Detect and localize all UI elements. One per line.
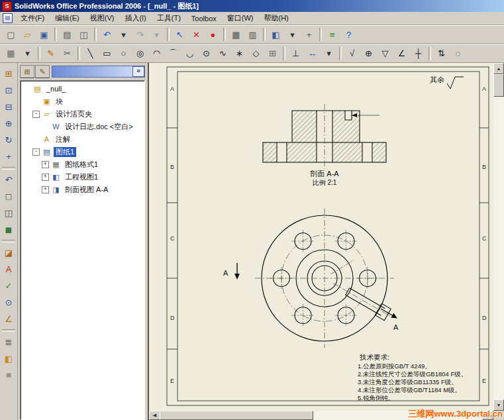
spline-icon[interactable]: ∿ — [215, 46, 231, 62]
sketch-icon[interactable]: ✎ — [42, 46, 59, 62]
centerpoint-arc-icon[interactable]: ◠ — [148, 46, 165, 62]
zoom-in-out-icon[interactable]: ⊕ — [1, 115, 17, 132]
front-view-flange[interactable] — [255, 209, 395, 348]
scroll-up-button[interactable]: ▲ — [493, 63, 504, 74]
tree-item-annotations[interactable]: 注解 — [54, 134, 72, 144]
dimension-dropdown-icon[interactable]: ▾ — [321, 46, 337, 62]
color-swatch-icon[interactable]: ◧ — [1, 350, 17, 367]
tree-item-design-binder[interactable]: 设计活页夹 — [54, 109, 94, 119]
centerline-icon[interactable]: ┼ — [410, 46, 427, 62]
menu-help[interactable]: 帮助(H) — [258, 12, 293, 25]
tree-item-drawing-view1[interactable]: 工程视图1 — [63, 172, 100, 182]
sheet-format-icon[interactable]: ▦ — [3, 46, 19, 62]
surface-finish-icon[interactable]: √ — [344, 46, 360, 62]
detail-circle-icon[interactable]: ◌ — [450, 46, 466, 62]
geometric-tolerance-icon[interactable]: ⊕ — [360, 46, 377, 62]
tangent-arc-icon[interactable]: ⌒ — [165, 46, 181, 62]
redo-dropdown-icon[interactable]: ▾ — [148, 26, 165, 42]
print-preview-icon[interactable]: ◫ — [76, 26, 92, 42]
previous-view-icon[interactable]: ↶ — [1, 172, 17, 188]
view-mode-dropdown-icon[interactable]: ▾ — [284, 26, 301, 42]
layer-properties-icon[interactable]: ≣ — [1, 334, 17, 350]
undo-icon[interactable]: ↶ — [99, 26, 115, 42]
sheet-properties-icon[interactable]: ▦ — [228, 26, 244, 42]
anchor-icon[interactable]: ⊥ — [287, 46, 304, 62]
polygon-icon[interactable]: ◇ — [248, 46, 264, 62]
tree-item-section-view-aa[interactable]: 剖面视图 A-A — [63, 185, 110, 195]
measure-icon[interactable]: ∠ — [1, 311, 17, 327]
menu-view[interactable]: 视图(V) — [85, 12, 120, 25]
delete-icon[interactable]: ✕ — [188, 26, 205, 42]
magnifier-icon[interactable]: ⊙ — [1, 294, 17, 311]
sheet-format-dropdown-icon[interactable]: ▾ — [19, 46, 36, 62]
menu-file[interactable]: 文件(F) — [15, 12, 50, 25]
vertical-scrollbar[interactable]: ▲ ▼ — [493, 63, 504, 411]
select-icon[interactable]: ↖ — [172, 26, 188, 42]
tree-item-sheet1[interactable]: 图纸1 — [54, 147, 76, 157]
title-bar[interactable]: S SolidWorks Office Professional 2006 - … — [0, 0, 504, 12]
tree-expand-box[interactable] — [32, 98, 40, 105]
drawing-canvas[interactable]: A B C D E A B C D E 其余 — [149, 63, 493, 411]
tree-expand-box[interactable] — [32, 136, 40, 143]
pan-view-icon[interactable]: + — [1, 148, 17, 165]
tree-expand-box[interactable]: + — [42, 174, 49, 181]
tree-item-null[interactable]: _null_ — [44, 84, 68, 94]
section-view-aa[interactable]: 剖面 A-A 比例 2:1 — [263, 104, 386, 186]
section-view-label[interactable]: 剖面 A-A — [310, 170, 339, 178]
panel-collapse-button[interactable]: » — [132, 66, 144, 77]
print-icon[interactable]: ▤ — [59, 26, 76, 42]
tree-expand-box[interactable] — [23, 85, 30, 93]
drawing-sheet-area[interactable]: A B C D E A B C D E 其余 — [149, 63, 493, 411]
shaded-icon[interactable]: ◼ — [1, 221, 17, 238]
rotate-view-icon[interactable]: ↻ — [1, 132, 17, 148]
tree-expand-box[interactable]: - — [32, 111, 40, 118]
zoom-fit-icon[interactable]: ⊡ — [1, 82, 17, 99]
grid-icon[interactable]: ⊞ — [264, 46, 281, 62]
featuremanager-tab-icon[interactable]: ⊞ — [20, 65, 34, 78]
surface-note-text[interactable]: 其余 — [430, 76, 444, 83]
tree-expand-box[interactable]: + — [42, 161, 49, 168]
new-icon[interactable]: ▢ — [3, 26, 19, 42]
open-icon[interactable]: ▱ — [19, 26, 36, 42]
spell-check-icon[interactable]: ✓ — [1, 278, 17, 294]
note-icon[interactable]: A — [1, 261, 17, 278]
trim-icon[interactable]: ✂ — [59, 46, 76, 62]
tree-expand-box[interactable] — [42, 123, 49, 131]
document-icon[interactable]: ▤ — [3, 13, 13, 23]
scroll-left-button[interactable]: ◀ — [149, 411, 160, 420]
technical-requirements[interactable]: 技术要求: 1.公差原则按GB/T 4249。 2.未注线性尺寸公差等级GB18… — [358, 353, 467, 401]
help-icon[interactable]: ? — [340, 26, 357, 42]
horizontal-scroll-thumb[interactable] — [160, 411, 313, 420]
comment-icon[interactable]: ≡ — [324, 26, 340, 42]
menu-insert[interactable]: 插入(I) — [119, 12, 151, 25]
menu-toolbox[interactable]: Toolbox — [186, 13, 222, 24]
vertical-scroll-thumb[interactable] — [493, 74, 504, 97]
zoom-area-icon[interactable]: ⊟ — [1, 99, 17, 115]
three-point-arc-icon[interactable]: ◡ — [181, 46, 198, 62]
save-icon[interactable]: ▣ — [36, 26, 52, 42]
circle-icon[interactable]: ○ — [115, 46, 132, 62]
view-mode-icon[interactable]: ◧ — [268, 26, 284, 42]
pan-icon[interactable]: + — [301, 26, 317, 42]
tree-item-sheet-format1[interactable]: 图纸格式1 — [63, 160, 100, 170]
hidden-lines-icon[interactable]: ◫ — [1, 205, 17, 221]
section-scale-label[interactable]: 比例 2:1 — [313, 179, 337, 186]
smart-dimension-icon[interactable]: ↔ — [304, 46, 321, 62]
perimeter-circle-icon[interactable]: ◎ — [132, 46, 148, 62]
datum-feature-icon[interactable]: ▽ — [377, 46, 393, 62]
propertymanager-tab-icon[interactable]: ✎ — [35, 65, 50, 78]
tree-expand-box[interactable]: + — [42, 186, 49, 193]
menu-edit[interactable]: 编辑(E) — [50, 12, 85, 25]
rectangle-icon[interactable]: ▭ — [99, 46, 115, 62]
wireframe-icon[interactable]: ◻ — [1, 188, 17, 205]
view-orientation-icon[interactable]: ⊞ — [1, 66, 17, 82]
rebuild-stoplight-icon[interactable]: ● — [205, 26, 221, 42]
section-line-icon[interactable]: ⇅ — [433, 46, 450, 62]
tree-expand-box[interactable]: - — [32, 148, 40, 156]
section-line-marks[interactable]: A A — [223, 263, 399, 331]
tree-item-blocks[interactable]: 块 — [54, 97, 65, 107]
menu-tools[interactable]: 工具(T) — [152, 12, 186, 25]
line-icon[interactable]: ╲ — [82, 46, 99, 62]
line-style-icon[interactable]: ≡ — [1, 367, 17, 384]
redo-icon[interactable]: ↷ — [132, 26, 148, 42]
